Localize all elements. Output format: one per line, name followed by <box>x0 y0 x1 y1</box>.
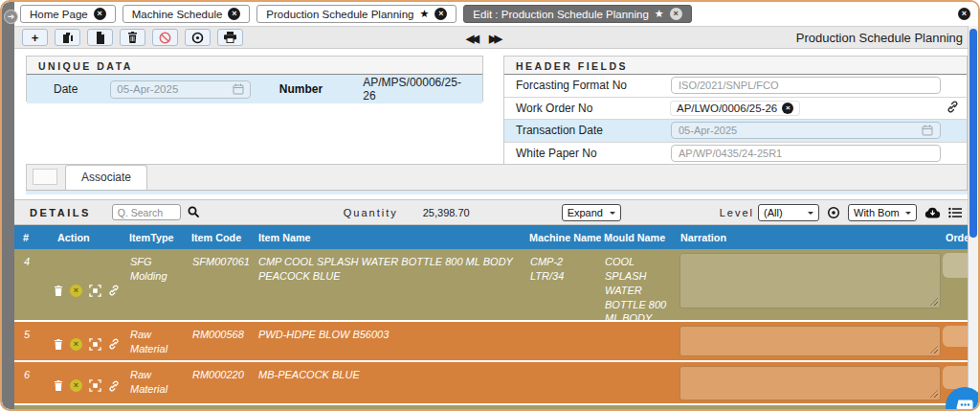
number-value: AP/MPS/00006/25-26 <box>363 76 473 103</box>
app-window: ➜ Home Page × Machine Schedule × Product… <box>0 0 980 411</box>
level-select[interactable]: (All) <box>758 204 819 221</box>
close-tab-icon[interactable]: × <box>94 8 106 20</box>
order-input[interactable] <box>943 366 970 389</box>
narration-textarea[interactable] <box>679 326 941 356</box>
forcasting-format-value: ISO/2021/SNPL/FCO <box>679 80 779 91</box>
search-icon[interactable] <box>188 206 200 218</box>
narration-textarea[interactable] <box>679 366 941 400</box>
remove-circle-icon[interactable]: × <box>70 285 82 297</box>
chevron-down-icon <box>610 212 615 217</box>
order-input[interactable] <box>943 253 970 278</box>
tab-associate[interactable]: Associate <box>65 165 147 190</box>
frame-icon[interactable] <box>89 338 101 351</box>
machine-name <box>526 362 601 403</box>
column-item-code[interactable]: Item Code <box>189 225 253 249</box>
close-tab-icon[interactable]: × <box>670 8 682 20</box>
expand-select[interactable]: Expand <box>562 204 621 221</box>
details-title: DETAILS <box>30 207 91 218</box>
row-actions: × <box>50 322 126 360</box>
with-bom-select[interactable]: With Bom <box>848 204 917 221</box>
close-all-icon[interactable]: × <box>958 8 970 20</box>
trash-icon[interactable] <box>54 339 63 350</box>
close-tab-icon[interactable]: × <box>434 8 447 20</box>
quantity-label: Quantity <box>344 207 398 218</box>
list-icon[interactable] <box>948 207 962 218</box>
trash-icon[interactable] <box>54 380 63 391</box>
cloud-download-icon[interactable] <box>924 206 941 218</box>
column-machine-name[interactable]: Machine Name <box>526 225 601 249</box>
white-paper-label: White Paper No <box>516 147 671 160</box>
quantity-value: 25,398.70 <box>423 207 470 218</box>
item-type: SFG Molding <box>126 249 189 320</box>
item-type: Raw Material <box>126 322 189 360</box>
link-icon[interactable] <box>108 338 120 350</box>
link-icon[interactable] <box>108 380 120 392</box>
white-paper-value: AP/WP/0435/24-25R1 <box>679 148 782 159</box>
record-button[interactable] <box>185 29 211 46</box>
machine-name: CMP-2 LTR/34 <box>526 249 601 320</box>
column-item-name[interactable]: Item Name <box>253 225 526 249</box>
search-input[interactable] <box>112 204 181 220</box>
next-record-button[interactable]: ▶▶ <box>489 33 502 45</box>
table-row[interactable]: 5 × Raw Material RM000568 PWD-HDPE BLOW … <box>13 322 970 360</box>
calendar-icon <box>922 125 933 136</box>
frame-icon[interactable] <box>89 285 101 297</box>
number-label: Number <box>279 82 323 96</box>
tab-machine-schedule[interactable]: Machine Schedule × <box>122 5 251 23</box>
star-icon[interactable]: ★ <box>419 9 429 19</box>
frame-icon[interactable] <box>89 379 101 392</box>
work-order-row: Work Order No AP/LWO/0006/25-26 × <box>504 98 967 121</box>
details-toolbar: DETAILS Quantity 25,398.70 Expand Level … <box>13 199 970 225</box>
mould-name <box>601 322 678 360</box>
transaction-date-row: Transaction Date 05-Apr-2025 <box>504 120 967 143</box>
column-order[interactable]: Order <box>943 225 970 249</box>
trash-icon[interactable] <box>54 285 63 296</box>
expand-sidebar-button[interactable]: ➜ <box>4 10 18 24</box>
close-tab-icon[interactable]: × <box>228 8 240 20</box>
date-field[interactable]: 05-Apr-2025 <box>110 80 251 99</box>
column-number[interactable]: # <box>13 225 50 249</box>
remove-work-order-icon[interactable]: × <box>782 103 793 114</box>
row-number: 4 <box>13 249 50 320</box>
link-icon[interactable] <box>108 285 120 296</box>
tab-production-schedule-planning[interactable]: Production Schedule Planning ★ × <box>256 5 457 23</box>
table-row[interactable]: 4 × SFG Molding SFM007061 CMP COOL SPLAS… <box>13 249 970 320</box>
column-itemtype[interactable]: ItemType <box>126 225 189 249</box>
print-button[interactable] <box>217 29 243 46</box>
vertical-scrollbar[interactable] <box>968 26 978 409</box>
copy-button[interactable] <box>55 29 80 46</box>
with-bom-value: With Bom <box>854 207 900 218</box>
star-icon[interactable]: ★ <box>655 9 664 19</box>
forcasting-format-input[interactable]: ISO/2021/SNPL/FCO <box>671 77 941 94</box>
previous-record-button[interactable]: ◀◀ <box>466 33 479 45</box>
add-button[interactable]: + <box>22 29 48 46</box>
details-table-header: # Action ItemType Item Code Item Name Ma… <box>13 225 970 249</box>
tab-label: Machine Schedule <box>132 9 223 20</box>
white-paper-row: White Paper No AP/WP/0435/24-25R1 <box>504 143 967 166</box>
new-document-button[interactable] <box>87 29 113 46</box>
column-narration[interactable]: Narration <box>678 225 943 249</box>
order-input[interactable] <box>943 326 970 347</box>
column-action[interactable]: Action <box>50 225 126 249</box>
table-row[interactable]: 6 × Raw Material RM000220 MB-PEACOCK BLU… <box>13 362 970 403</box>
associate-checkbox[interactable] <box>33 169 57 185</box>
target-icon[interactable] <box>827 206 840 219</box>
column-mould-name[interactable]: Mould Name <box>601 225 678 249</box>
remove-circle-icon[interactable]: × <box>70 379 82 392</box>
work-order-chip[interactable]: AP/LWO/0006/25-26 × <box>671 102 799 115</box>
cancel-button[interactable] <box>152 29 178 46</box>
delete-button[interactable] <box>120 29 145 46</box>
tab-edit-production-schedule-planning[interactable]: Edit : Production Schedule Planning ★ × <box>463 5 691 23</box>
remove-circle-icon[interactable]: × <box>70 338 82 351</box>
white-paper-input[interactable]: AP/WP/0435/24-25R1 <box>671 145 941 162</box>
transaction-date-field[interactable]: 05-Apr-2025 <box>671 122 941 139</box>
link-icon[interactable] <box>947 100 959 117</box>
delete-icon <box>127 32 138 43</box>
header-fields-panel: HEADER FIELDS Forcasting Format No ISO/2… <box>503 56 968 166</box>
scrollbar-thumb[interactable] <box>969 29 977 238</box>
item-code: SFM007061 <box>189 249 253 320</box>
tab-label: Home Page <box>30 9 88 20</box>
tab-home-page[interactable]: Home Page × <box>20 5 116 23</box>
calendar-icon <box>233 83 244 95</box>
narration-textarea[interactable] <box>679 253 941 308</box>
